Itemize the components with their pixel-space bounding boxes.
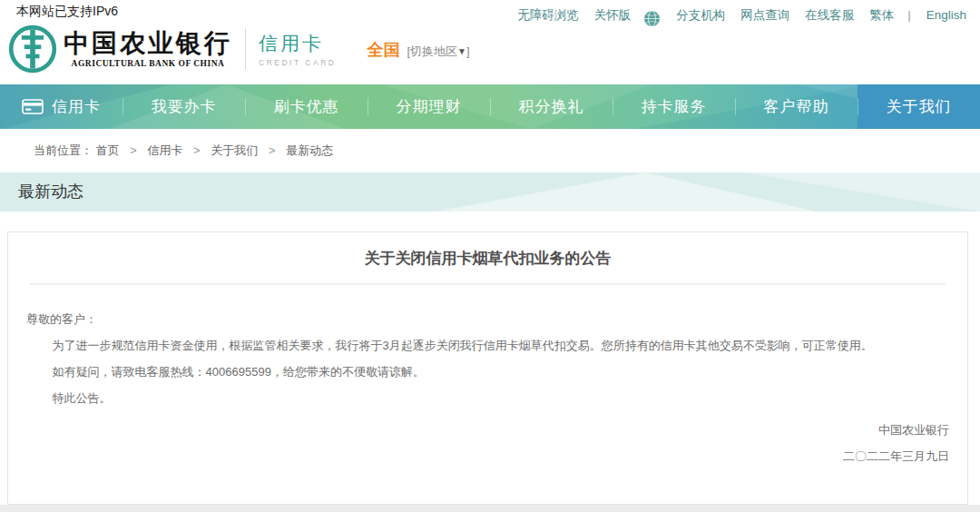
breadcrumb-separator: >: [269, 143, 276, 157]
ipv6-notice: 本网站已支持IPv6: [16, 4, 118, 20]
abc-logo[interactable]: 中国农业银行 AGRICULTURAL BANK OF CHINA: [7, 24, 245, 74]
section-band: 最新动态: [0, 172, 980, 212]
utility-link-english[interactable]: English: [926, 8, 966, 22]
breadcrumb-label: 当前位置：: [34, 143, 93, 157]
site-header: 本网站已支持IPv6 中国农业银行 AGRICULTURAL BANK OF C…: [0, 0, 980, 84]
abc-logo-icon: [7, 24, 58, 74]
nav-item-label: 客户帮助: [764, 96, 829, 117]
signature-block: 中国农业银行 二〇二二年三月九日: [26, 417, 949, 469]
nav-item-label: 关于我们: [887, 96, 952, 117]
main-nav: 信用卡 我要办卡 刷卡优惠 分期理财 积分换礼 持卡服务 客户帮助 关于我们: [0, 84, 980, 129]
nav-item-card-offers[interactable]: 刷卡优惠: [245, 84, 368, 129]
utility-bar: 无障碍浏览 关怀版 分支机构 网点查询 在线客服 繁体 | English: [517, 6, 966, 24]
breadcrumb-current: 最新动态: [286, 143, 333, 157]
paragraph: 特此公告。: [26, 385, 949, 411]
nav-item-label: 分期理财: [397, 96, 462, 117]
nav-item-points[interactable]: 积分换礼: [490, 84, 612, 129]
page-title: 最新动态: [0, 172, 980, 212]
footer-strip: [0, 505, 980, 512]
paragraph: 如有疑问，请致电客服热线：4006695599，给您带来的不便敬请谅解。: [26, 359, 949, 385]
utility-link-outlet-search[interactable]: 网点查询: [740, 7, 789, 24]
region-switch-button[interactable]: [切换地区▼]: [407, 44, 469, 60]
nav-item-apply-card[interactable]: 我要办卡: [122, 84, 245, 129]
chevron-down-icon: ▼: [457, 46, 466, 56]
utility-link-online-service[interactable]: 在线客服: [805, 7, 854, 24]
nav-item-about-us[interactable]: 关于我们: [858, 84, 980, 129]
bank-name-cn: 中国农业银行: [64, 30, 232, 57]
utility-link-traditional[interactable]: 繁体: [869, 7, 894, 24]
utility-link-branches[interactable]: 分支机构: [676, 7, 725, 24]
announcement-title: 关于关闭信用卡烟草代扣业务的公告: [8, 232, 967, 269]
nav-item-label: 我要办卡: [152, 96, 217, 117]
paragraph: 为了进一步规范信用卡资金使用，根据监管相关要求，我行将于3月起逐步关闭我行信用卡…: [26, 332, 949, 359]
breadcrumb: 当前位置： 首页 > 信用卡 > 关于我们 > 最新动态: [0, 129, 980, 172]
credit-card-home-link[interactable]: 信用卡 CREDIT CARD: [259, 32, 336, 67]
region-switch-label: 切换地区: [410, 44, 457, 58]
breadcrumb-about-us[interactable]: 关于我们: [211, 143, 258, 157]
signature-bank: 中国农业银行: [26, 417, 949, 443]
bracket-close: ]: [466, 44, 470, 58]
nav-item-installment[interactable]: 分期理财: [368, 84, 490, 129]
nav-item-label: 积分换礼: [519, 96, 584, 117]
utility-link-accessibility[interactable]: 无障碍浏览: [517, 7, 579, 24]
region-current[interactable]: 全国: [367, 39, 399, 61]
nav-item-label: 刷卡优惠: [274, 96, 339, 117]
section-title-en: CREDIT CARD: [259, 58, 336, 67]
nav-item-customer-help[interactable]: 客户帮助: [735, 84, 858, 129]
nav-item-label: 信用卡: [52, 96, 101, 117]
announcement-body: 尊敬的客户： 为了进一步规范信用卡资金使用，根据监管相关要求，我行将于3月起逐步…: [8, 285, 967, 469]
signature-date: 二〇二二年三月九日: [26, 443, 949, 469]
globe-icon: [643, 10, 661, 27]
salutation: 尊敬的客户：: [26, 306, 949, 332]
announcement-box: 关于关闭信用卡烟草代扣业务的公告 尊敬的客户： 为了进一步规范信用卡资金使用，根…: [7, 231, 968, 505]
brand-divider: [245, 28, 246, 70]
section-title-cn: 信用卡: [259, 32, 336, 55]
utility-link-care-version[interactable]: 关怀版: [594, 7, 632, 24]
breadcrumb-separator: >: [130, 143, 137, 157]
utility-divider: |: [907, 8, 911, 22]
bank-name-en: AGRICULTURAL BANK OF CHINA: [72, 59, 225, 68]
breadcrumb-home[interactable]: 首页: [96, 143, 120, 157]
nav-item-cardholder-service[interactable]: 持卡服务: [612, 84, 735, 129]
credit-card-icon: [22, 99, 44, 114]
breadcrumb-credit-card[interactable]: 信用卡: [147, 143, 182, 157]
nav-item-credit-card[interactable]: 信用卡: [0, 84, 122, 129]
breadcrumb-separator: >: [193, 143, 201, 157]
nav-item-label: 持卡服务: [642, 96, 707, 117]
